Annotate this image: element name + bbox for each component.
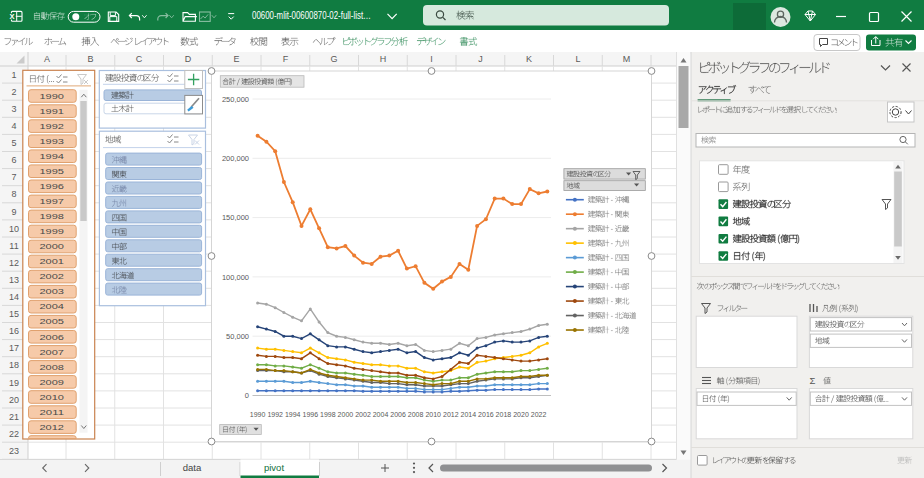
svg-text:15: 15 (9, 309, 19, 319)
svg-text:250,000: 250,000 (222, 95, 249, 104)
svg-text:2012: 2012 (40, 423, 65, 432)
svg-text:1999: 1999 (40, 227, 65, 236)
svg-text:13: 13 (9, 275, 19, 285)
svg-text:2012: 2012 (443, 411, 459, 418)
svg-text:20: 20 (9, 395, 19, 405)
svg-text:2000: 2000 (338, 411, 354, 418)
svg-text:2010: 2010 (425, 411, 441, 418)
svg-text:2005: 2005 (40, 317, 65, 326)
svg-text:2001: 2001 (40, 257, 65, 266)
svg-text:2003: 2003 (40, 287, 65, 296)
svg-text:C: C (136, 54, 143, 64)
svg-text:2016: 2016 (478, 411, 494, 418)
svg-text:Σ: Σ (810, 375, 816, 386)
svg-text:F: F (283, 54, 289, 64)
svg-text:1998: 1998 (320, 411, 336, 418)
svg-text:M: M (623, 54, 631, 64)
svg-text:1996: 1996 (303, 411, 319, 418)
svg-text:9: 9 (11, 207, 16, 217)
svg-text:00600-mlit-00600870-02-full-li: 00600-mlit-00600870-02-full-list… (252, 9, 371, 21)
svg-text:2: 2 (11, 87, 16, 97)
svg-text:2004: 2004 (373, 411, 389, 418)
svg-text:1997: 1997 (40, 197, 65, 206)
svg-text:1990: 1990 (40, 92, 65, 101)
svg-text:X: X (10, 12, 15, 21)
svg-text:2020: 2020 (513, 411, 529, 418)
svg-text:2022: 2022 (531, 411, 547, 418)
svg-text:2002: 2002 (355, 411, 371, 418)
svg-text:2010: 2010 (40, 393, 65, 402)
svg-text:1990: 1990 (250, 411, 266, 418)
svg-text:2006: 2006 (40, 333, 65, 342)
svg-text:2004: 2004 (40, 302, 65, 311)
svg-text:1992: 1992 (40, 122, 65, 131)
svg-text:A: A (44, 54, 50, 64)
svg-text:1993: 1993 (40, 137, 65, 146)
svg-text:4: 4 (11, 121, 16, 131)
svg-text:0: 0 (245, 391, 249, 400)
svg-text:2008: 2008 (408, 411, 424, 418)
svg-text:22: 22 (9, 429, 19, 439)
svg-text:1991: 1991 (40, 107, 65, 116)
svg-text:2008: 2008 (40, 363, 65, 372)
svg-text:5: 5 (11, 138, 16, 148)
svg-text:6: 6 (11, 155, 16, 165)
svg-text:2007: 2007 (40, 348, 65, 357)
svg-text:17: 17 (9, 343, 19, 353)
svg-text:K: K (526, 54, 532, 64)
svg-text:21: 21 (9, 412, 19, 422)
svg-text:16: 16 (9, 326, 19, 336)
svg-text:2018: 2018 (496, 411, 512, 418)
svg-text:14: 14 (9, 292, 19, 302)
svg-text:pivot: pivot (264, 462, 284, 473)
svg-text:2009: 2009 (40, 378, 65, 387)
svg-text:E: E (234, 54, 240, 64)
svg-text:2011: 2011 (40, 408, 65, 417)
svg-text:150,000: 150,000 (222, 213, 249, 222)
svg-text:11: 11 (9, 241, 18, 251)
svg-text:J: J (478, 54, 483, 64)
svg-text:I: I (430, 54, 433, 64)
svg-text:G: G (331, 54, 338, 64)
svg-text:1996: 1996 (40, 182, 65, 191)
svg-text:12: 12 (9, 258, 19, 268)
svg-text:23: 23 (9, 446, 19, 456)
svg-text:2014: 2014 (461, 411, 477, 418)
svg-text:1994: 1994 (285, 411, 301, 418)
svg-text:B: B (87, 54, 93, 64)
svg-text:D: D (185, 54, 192, 64)
svg-text:2000: 2000 (40, 242, 65, 251)
svg-text:3: 3 (11, 104, 16, 114)
svg-text:L: L (575, 54, 580, 64)
svg-text:1998: 1998 (40, 212, 65, 221)
svg-text:H: H (380, 54, 387, 64)
svg-text:10: 10 (9, 224, 19, 234)
svg-text:8: 8 (11, 189, 16, 199)
svg-text:data: data (183, 462, 202, 473)
svg-text:100,000: 100,000 (222, 273, 249, 282)
svg-text:1: 1 (11, 70, 16, 80)
svg-text:19: 19 (9, 378, 19, 388)
svg-text:200,000: 200,000 (222, 154, 249, 163)
svg-text:18: 18 (9, 360, 19, 370)
svg-text:1994: 1994 (40, 152, 65, 161)
svg-text:1995: 1995 (40, 167, 65, 176)
svg-text:2002: 2002 (40, 272, 65, 281)
svg-text:50,000: 50,000 (226, 332, 249, 341)
svg-text:1992: 1992 (267, 411, 283, 418)
svg-text:7: 7 (11, 172, 16, 182)
svg-text:2006: 2006 (390, 411, 406, 418)
